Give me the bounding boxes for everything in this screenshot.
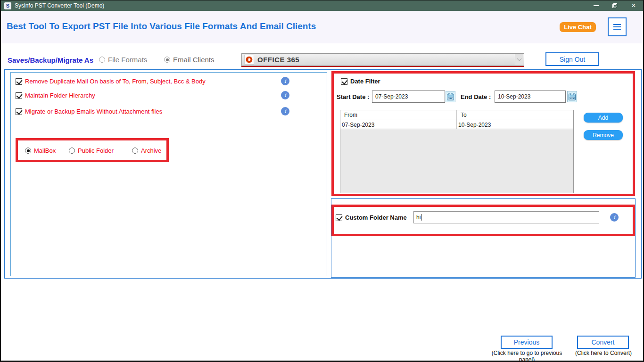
title-bar: S Sysinfo PST Converter Tool (Demo) × (1, 0, 643, 11)
dropdown-arrow-button[interactable] (515, 54, 523, 65)
info-icon[interactable]: i (281, 107, 289, 115)
text-caret (421, 214, 421, 221)
menu-button[interactable] (608, 17, 627, 36)
date-filter-checkbox[interactable]: Date Filter (341, 78, 380, 85)
live-chat-button[interactable]: Live Chat (560, 22, 596, 32)
checkbox-label: Remove Duplicate Mail On basis of To, Fr… (25, 78, 206, 85)
remove-button[interactable]: Remove (584, 130, 623, 140)
options-panel: Remove Duplicate Mail On basis of To, Fr… (10, 72, 327, 276)
minimize-icon (594, 5, 599, 6)
checkbox-remove-duplicate[interactable]: Remove Duplicate Mail On basis of To, Fr… (16, 78, 206, 85)
radio-selected-icon (164, 57, 170, 63)
custom-folder-name-input[interactable]: hi (413, 211, 599, 223)
mailbox-option-group: MailBox Public Folder Archive (16, 138, 169, 162)
window-controls: × (586, 0, 643, 11)
convert-caption: (Click here to Convert) (572, 350, 635, 356)
hamburger-icon (613, 24, 621, 25)
previous-caption: (Click here to go to previous panel) (486, 350, 568, 362)
radio-label: Email Clients (173, 56, 215, 64)
start-date-value: 07-Sep-2023 (375, 93, 408, 100)
radio-mailbox[interactable]: MailBox (25, 147, 56, 154)
minimize-button[interactable] (586, 0, 605, 11)
calendar-icon (569, 93, 576, 100)
window-title: Sysinfo PST Converter Tool (Demo) (15, 2, 104, 9)
close-button[interactable]: × (624, 0, 643, 11)
cell-to: 10-Sep-2023 (457, 120, 573, 129)
date-range-table[interactable]: From To 07-Sep-2023 10-Sep-2023 (340, 110, 574, 193)
checkbox-checked-icon (341, 78, 347, 85)
radio-email-clients[interactable]: Email Clients (164, 56, 215, 64)
previous-button[interactable]: Previous (501, 336, 553, 349)
checkbox-label: Migrate or Backup Emails Without Attachm… (25, 108, 162, 115)
end-date-input[interactable]: 10-Sep-2023 (495, 90, 566, 103)
email-client-dropdown[interactable]: OFFICE 365 (241, 53, 524, 66)
maximize-button[interactable] (605, 0, 624, 11)
checkbox-checked-icon (16, 108, 22, 115)
checkbox-label: Maintain Folder Hierarchy (25, 92, 95, 99)
page-title: Best Tool To Export PST File Into Variou… (7, 21, 316, 32)
saves-backup-migrate-label: Saves/Backup/Migrate As (8, 56, 93, 64)
checkbox-checked-icon (16, 78, 22, 85)
app-window: S Sysinfo PST Converter Tool (Demo) × Be… (0, 0, 644, 362)
radio-selected-icon (25, 148, 31, 154)
close-icon: × (631, 2, 636, 9)
calendar-icon (447, 93, 454, 100)
dropdown-selected-value: OFFICE 365 (257, 56, 299, 64)
chevron-down-icon (517, 57, 522, 61)
column-header-from: From (340, 110, 457, 120)
add-button[interactable]: Add (584, 113, 623, 123)
checkbox-maintain-hierarchy[interactable]: Maintain Folder Hierarchy (16, 92, 95, 99)
column-header-to: To (457, 110, 573, 120)
table-row[interactable]: 07-Sep-2023 10-Sep-2023 (340, 120, 573, 129)
info-icon[interactable]: i (281, 91, 289, 99)
info-icon[interactable]: i (281, 77, 289, 85)
checkbox-without-attachments[interactable]: Migrate or Backup Emails Without Attachm… (16, 108, 162, 115)
custom-folder-label: Custom Folder Name (345, 214, 407, 221)
date-filter-panel: Date Filter Start Date : 07-Sep-2023 End… (331, 71, 635, 196)
dropdown-red-underline (241, 66, 524, 67)
radio-label: File Formats (108, 56, 147, 64)
end-date-label: End Date : (461, 93, 491, 100)
custom-folder-panel: Custom Folder Name hi (331, 205, 635, 236)
info-icon[interactable]: i (610, 213, 619, 222)
start-date-input[interactable]: 07-Sep-2023 (372, 90, 445, 103)
table-header-row: From To (340, 110, 573, 120)
radio-label: Archive (141, 147, 161, 154)
app-icon-letter: S (6, 3, 9, 8)
checkbox-checked-icon (336, 214, 342, 221)
radio-icon (99, 57, 105, 63)
end-date-calendar-button[interactable] (567, 91, 577, 102)
restore-icon (612, 3, 617, 8)
radio-archive[interactable]: Archive (132, 147, 161, 154)
office-365-logo-icon (244, 55, 254, 65)
radio-label: Public Folder (78, 147, 114, 154)
convert-button[interactable]: Convert (577, 336, 629, 349)
sign-out-button[interactable]: Sign Out (545, 52, 599, 66)
radio-icon (69, 148, 75, 154)
radio-icon (132, 148, 138, 154)
radio-file-formats[interactable]: File Formats (99, 56, 147, 64)
cell-from: 07-Sep-2023 (340, 120, 457, 129)
date-filter-label: Date Filter (350, 78, 380, 85)
custom-folder-value: hi (416, 214, 421, 221)
radio-label: MailBox (34, 147, 56, 154)
custom-folder-checkbox[interactable]: Custom Folder Name (336, 214, 407, 221)
start-date-calendar-button[interactable] (446, 91, 455, 102)
start-date-label: Start Date : (337, 93, 369, 100)
checkbox-checked-icon (16, 92, 22, 99)
end-date-value: 10-Sep-2023 (498, 93, 530, 100)
header: Best Tool To Export PST File Into Variou… (1, 11, 643, 43)
radio-public-folder[interactable]: Public Folder (69, 147, 114, 154)
app-icon: S (4, 2, 11, 9)
